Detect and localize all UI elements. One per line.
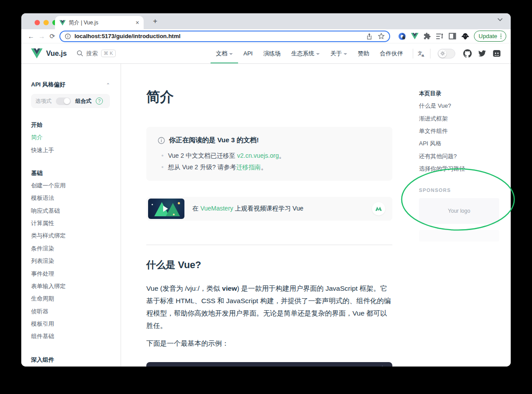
info-bullet-1: • Vue 2 中文文档已迁移至 v2.cn.vuejs.org。: [158, 150, 381, 161]
tab-list-extension-icon[interactable]: [436, 33, 444, 40]
banner-text: 在 VueMastery 上观看视频课程学习 Vue: [192, 205, 303, 213]
sidebar-item-class-style[interactable]: 类与样式绑定: [31, 230, 110, 242]
sidebar-group-start: 开始 简介 快速上手: [31, 119, 110, 156]
nav-item-docs[interactable]: 文档: [211, 43, 238, 63]
api-preference-header[interactable]: API 风格偏好 ⌃: [31, 81, 110, 89]
theme-toggle[interactable]: [438, 49, 455, 59]
sponsor-placeholder-2[interactable]: [419, 230, 499, 242]
toc-title: 本页目录: [419, 88, 499, 100]
site-info-icon[interactable]: [65, 33, 71, 39]
nav-item-playground[interactable]: 演练场: [258, 43, 286, 63]
sidebar-item-events[interactable]: 事件处理: [31, 267, 110, 280]
sidebar-extension-icon[interactable]: [449, 32, 456, 40]
tab-close-icon[interactable]: ×: [136, 19, 139, 26]
section-divider: [146, 245, 392, 245]
vuemastery-link[interactable]: VueMastery: [200, 205, 233, 212]
top-navigation: 文档 API 演练场 生态系统 关于 赞助 合作伙伴 文A: [211, 43, 501, 63]
window-controls: [35, 20, 58, 25]
sidebar-item-computed[interactable]: 计算属性: [31, 217, 110, 230]
forward-button[interactable]: →: [36, 32, 47, 40]
sidebar-item-conditional[interactable]: 条件渲染: [31, 242, 110, 255]
sidebar-item-quick-start[interactable]: 快速上手: [31, 144, 110, 156]
sidebar-item-reactivity[interactable]: 响应式基础: [31, 205, 110, 217]
browser-tab[interactable]: 简介 | Vue.js ×: [55, 16, 144, 29]
migration-guide-link[interactable]: 迁移指南: [236, 164, 261, 171]
sidebar-group-essentials: 基础 创建一个应用 模板语法 响应式基础 计算属性 类与样式绑定 条件渲染 列表…: [31, 167, 110, 343]
sidebar-item-component-basics[interactable]: 组件基础: [31, 330, 110, 343]
svg-text:A: A: [422, 54, 424, 57]
sidebar-item-registration[interactable]: 注册: [31, 366, 110, 367]
share-icon[interactable]: [366, 33, 372, 40]
toc-item-sfc[interactable]: 单文件组件: [419, 125, 499, 137]
discord-icon[interactable]: [493, 49, 501, 58]
reload-button[interactable]: ⟳: [47, 32, 58, 40]
toc-item-what-is-vue[interactable]: 什么是 Vue?: [419, 100, 499, 112]
nav-label: 文档: [216, 50, 227, 58]
chrome-update-button[interactable]: Update: [474, 31, 506, 42]
toc-item-pick-path[interactable]: 选择你的学习路径: [419, 163, 499, 175]
composition-api-label[interactable]: 组合式: [75, 98, 91, 105]
more-menu-icon: [501, 34, 502, 39]
nav-label: 赞助: [358, 50, 369, 58]
site-logo[interactable]: Vue.js: [31, 48, 67, 59]
url-text[interactable]: localhost:5173/guide/introduction.html: [74, 33, 363, 39]
play-icon: [163, 206, 168, 212]
site-header: Vue.js 搜索 ⌘ K 文档 API 演练场 生态系统 关于 赞助 合作伙伴…: [21, 43, 511, 64]
twitter-icon[interactable]: [478, 50, 486, 57]
tab-title: 简介 | Vue.js: [69, 19, 133, 27]
address-bar[interactable]: localhost:5173/guide/introduction.html: [59, 31, 390, 42]
divider: [413, 49, 413, 59]
nav-item-about[interactable]: 关于: [325, 43, 352, 63]
nav-item-api[interactable]: API: [238, 43, 258, 63]
vue-favicon: [59, 20, 66, 26]
close-window-button[interactable]: [35, 20, 40, 25]
toc-item-more-questions[interactable]: 还有其他问题?: [419, 150, 499, 163]
tab-search-chevron-icon[interactable]: [497, 18, 503, 21]
what-is-vue-heading: 什么是 Vue?: [146, 258, 392, 272]
search-button[interactable]: 搜索 ⌘ K: [77, 50, 116, 58]
nav-label: 生态系统: [291, 50, 314, 58]
chevron-down-icon: [316, 53, 320, 55]
extensions-row: [398, 32, 469, 40]
bullet-icon: •: [161, 161, 164, 173]
new-tab-button[interactable]: +: [150, 16, 160, 27]
github-icon[interactable]: [463, 49, 472, 58]
sidebar-item-lifecycle[interactable]: 生命周期: [31, 293, 110, 305]
bookmark-star-icon[interactable]: [378, 33, 385, 39]
info-bullet-2: • 想从 Vue 2 升级? 请参考迁移指南。: [158, 161, 381, 173]
profile-avatar-icon[interactable]: [461, 32, 469, 40]
sidebar-group-title: 开始: [31, 119, 110, 131]
sidebar-item-forms[interactable]: 表单输入绑定: [31, 280, 110, 293]
minimize-window-button[interactable]: [43, 20, 49, 25]
nav-item-partners[interactable]: 合作伙伴: [375, 43, 408, 63]
translations-icon[interactable]: 文A: [418, 50, 426, 57]
options-api-label[interactable]: 选项式: [35, 98, 51, 105]
nav-label: 关于: [330, 50, 342, 58]
nav-label: API: [243, 50, 253, 57]
privacy-extension-icon[interactable]: [398, 32, 406, 40]
nav-item-ecosystem[interactable]: 生态系统: [286, 43, 325, 63]
sun-icon: [440, 51, 445, 56]
extensions-puzzle-icon[interactable]: [423, 32, 431, 40]
toc-item-progressive[interactable]: 渐进式框架: [419, 112, 499, 125]
code-block[interactable]: js import { createApp } from 'vue' creat…: [146, 362, 392, 367]
nav-item-sponsor[interactable]: 赞助: [352, 43, 375, 63]
sidebar-item-watchers[interactable]: 侦听器: [31, 305, 110, 318]
main-content: 简介 你正在阅读的是 Vue 3 的文档! • Vue 2 中文文档已迁移至 v…: [121, 64, 415, 367]
update-label: Update: [479, 33, 497, 39]
api-style-help-icon[interactable]: ?: [96, 98, 103, 105]
v2-docs-link[interactable]: v2.cn.vuejs.org: [237, 152, 279, 159]
search-label: 搜索: [86, 50, 98, 58]
vuemastery-banner[interactable]: 在 VueMastery 上观看视频课程学习 Vue: [146, 197, 392, 221]
vuemastery-video-thumbnail[interactable]: [148, 199, 184, 219]
sidebar-item-creating-app[interactable]: 创建一个应用: [31, 179, 110, 192]
sidebar-item-template-refs[interactable]: 模板引用: [31, 318, 110, 330]
sidebar-item-list[interactable]: 列表渲染: [31, 255, 110, 267]
api-style-toggle[interactable]: [56, 98, 71, 105]
vue-devtools-extension-icon[interactable]: [411, 33, 419, 39]
back-button[interactable]: ←: [26, 32, 36, 40]
sidebar-item-introduction[interactable]: 简介: [31, 131, 110, 144]
sponsor-placeholder[interactable]: Your logo: [419, 198, 499, 224]
toc-item-api-styles[interactable]: API 风格: [419, 137, 499, 150]
sidebar-item-template-syntax[interactable]: 模板语法: [31, 192, 110, 204]
